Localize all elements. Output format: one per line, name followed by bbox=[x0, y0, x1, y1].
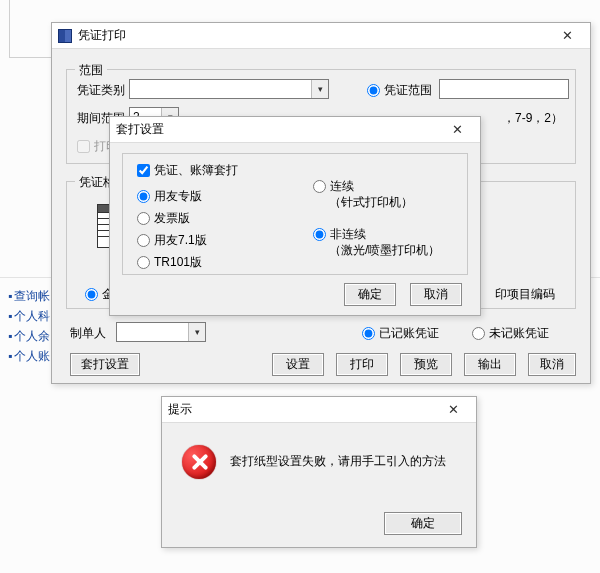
sidebar-link[interactable]: ▪个人余 bbox=[8, 326, 50, 346]
overlay-checkbox[interactable]: 凭证、账簿套打 bbox=[137, 162, 238, 179]
cancel-button[interactable]: 取消 bbox=[528, 353, 576, 376]
voucher-type-label: 凭证类别 bbox=[77, 82, 125, 99]
window-title: 套打设置 bbox=[116, 121, 164, 138]
voucher-print-titlebar: 凭证打印 ✕ bbox=[52, 23, 590, 49]
cancel-button[interactable]: 取消 bbox=[410, 283, 462, 306]
opt-invoice[interactable]: 发票版 bbox=[137, 210, 190, 227]
sidebar-link[interactable]: ▪个人科 bbox=[8, 306, 50, 326]
print-project-code-label: 印项目编码 bbox=[495, 286, 555, 303]
posted-radio[interactable]: 已记账凭证 bbox=[362, 325, 439, 342]
message-dialog: 提示 ✕ 套打纸型设置失败，请用手工引入的方法 确定 bbox=[161, 396, 477, 548]
overlay-settings-dialog: 套打设置 ✕ 凭证、账簿套打 用友专版 发票版 用友7.1版 TR101版 连续… bbox=[109, 116, 481, 316]
ok-button[interactable]: 确定 bbox=[384, 512, 462, 535]
sidebar-link[interactable]: ▪个人账 bbox=[8, 346, 50, 366]
print-button[interactable]: 打印 bbox=[336, 353, 388, 376]
window-title: 提示 bbox=[168, 401, 192, 418]
message-text: 套打纸型设置失败，请用手工引入的方法 bbox=[230, 453, 460, 470]
opt-continuous-hint: （针式打印机） bbox=[329, 194, 413, 211]
scope-legend: 范围 bbox=[75, 62, 107, 79]
chevron-down-icon[interactable] bbox=[311, 80, 328, 98]
close-icon[interactable]: ✕ bbox=[440, 121, 474, 139]
unposted-radio[interactable]: 未记账凭证 bbox=[472, 325, 549, 342]
overlay-titlebar: 套打设置 ✕ bbox=[110, 117, 480, 143]
overlay-group: 凭证、账簿套打 用友专版 发票版 用友7.1版 TR101版 连续 （针式打印机… bbox=[122, 153, 468, 275]
overlay-settings-button[interactable]: 套打设置 bbox=[70, 353, 140, 376]
settings-button[interactable]: 设置 bbox=[272, 353, 324, 376]
chevron-down-icon[interactable] bbox=[188, 323, 205, 341]
opt-continuous[interactable]: 连续 bbox=[313, 178, 354, 195]
close-icon[interactable]: ✕ bbox=[550, 27, 584, 45]
voucher-range-radio[interactable]: 凭证范围 bbox=[367, 82, 432, 99]
opt-noncontinuous[interactable]: 非连续 bbox=[313, 226, 366, 243]
close-icon[interactable]: ✕ bbox=[436, 401, 470, 419]
ok-button[interactable]: 确定 bbox=[344, 283, 396, 306]
message-titlebar: 提示 ✕ bbox=[162, 397, 476, 423]
error-icon bbox=[182, 445, 216, 479]
maker-label: 制单人 bbox=[70, 325, 106, 342]
preview-button[interactable]: 预览 bbox=[400, 353, 452, 376]
opt-tr101[interactable]: TR101版 bbox=[137, 254, 202, 271]
opt-yy71[interactable]: 用友7.1版 bbox=[137, 232, 207, 249]
output-button[interactable]: 输出 bbox=[464, 353, 516, 376]
range-hint: ，7-9，2） bbox=[503, 110, 563, 127]
app-icon bbox=[58, 29, 72, 43]
voucher-type-combo[interactable] bbox=[129, 79, 329, 99]
window-title: 凭证打印 bbox=[78, 27, 126, 44]
opt-noncontinuous-hint: （激光/喷墨打印机） bbox=[329, 242, 440, 259]
opt-youyou[interactable]: 用友专版 bbox=[137, 188, 202, 205]
sidebar-link[interactable]: ▪查询帐 bbox=[8, 286, 50, 306]
sidebar-links: ▪查询帐 ▪个人科 ▪个人余 ▪个人账 bbox=[8, 286, 50, 366]
maker-combo[interactable] bbox=[116, 322, 206, 342]
voucher-range-input[interactable] bbox=[439, 79, 569, 99]
